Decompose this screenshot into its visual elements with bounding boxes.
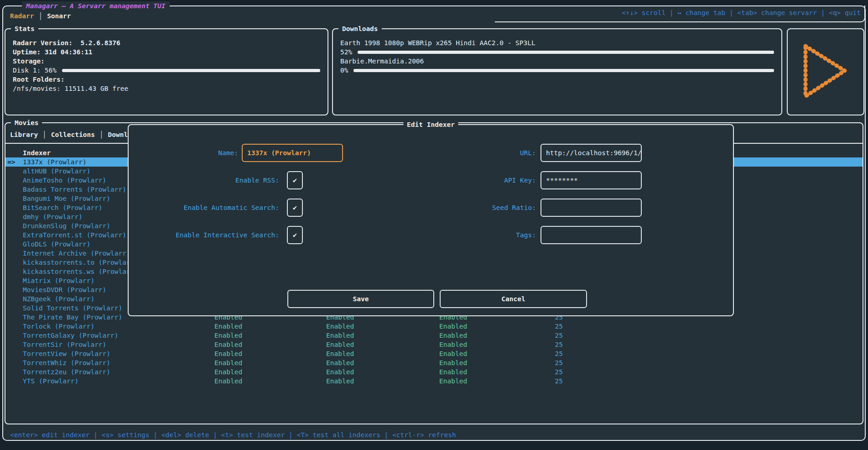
name-input[interactable]: 1337x (Prowlarr) [242,144,343,162]
automatic-search-cell: Enabled [326,377,354,386]
selected-row-marker [7,167,21,176]
interactive-search-cell: Enabled [439,349,467,358]
disk-usage-label: Disk 1: 56% [13,66,57,75]
selected-row-marker [7,377,21,386]
selected-row-marker [7,267,21,276]
rss-cell: Enabled [214,377,242,386]
automatic-search-cell: Enabled [326,322,354,331]
rss-cell: Enabled [214,331,242,340]
tags-input[interactable] [541,226,642,244]
api-key-input[interactable]: ******** [541,171,642,189]
stats-body: Radarr Version: 5.2.6.8376 Uptime: 31d 0… [13,38,320,93]
selected-row-marker [7,276,21,285]
tab-sonarr[interactable]: Sonarr [47,12,71,20]
tab-separator: │ [38,131,51,138]
downloads-panel: Downloads Earth 1998 1080p WEBRip x265 H… [332,28,782,115]
selected-row-marker [7,367,21,377]
selected-row-marker [7,176,21,185]
selected-row-marker [7,285,21,294]
api-key-label: API Key: [445,171,536,189]
selected-row-marker [7,358,21,367]
download-progress-bar [353,69,774,72]
indexer-row[interactable]: TorrentGalaxy (Prowlarr)EnabledEnabledEn… [5,331,863,340]
selected-row-marker [7,185,21,194]
selected-row-marker [7,349,21,358]
indexer-row[interactable]: TorrentSir (Prowlarr)EnabledEnabledEnabl… [5,340,863,349]
enable-automatic-search-label: Enable Automatic Search: [142,199,279,217]
priority-cell: 25 [507,367,563,377]
rss-cell: Enabled [214,349,242,358]
enable-interactive-search-checkbox[interactable]: ✔ [287,226,303,244]
tab-separator: │ [34,12,47,20]
selected-row-marker [7,249,21,258]
downloads-body: Earth 1998 1080p WEBRip x265 Hindi AAC2.… [340,38,774,75]
tab-library[interactable]: Library [10,131,38,138]
priority-cell: 25 [507,377,563,386]
interactive-search-cell: Enabled [439,340,467,349]
enable-automatic-search-checkbox[interactable]: ✔ [287,199,303,217]
servarr-tab-bar: Radarr│Sonarr [10,11,71,21]
checkmark-icon: ✔ [293,204,297,212]
selected-row-marker [7,313,21,322]
rss-cell: Enabled [214,358,242,367]
disk-usage-bar [62,69,320,72]
selected-row-marker [7,212,21,221]
edit-indexer-modal: Edit Indexer Name: 1337x (Prowlarr) URL:… [128,124,734,316]
disk-usage-row: Disk 1: 56% [13,66,320,75]
selected-row-marker [7,240,21,249]
top-keybinds: <↑↓> scroll | ↔ change tab | <tab> chang… [622,8,861,17]
url-input[interactable]: http://localhost:9696/1/ [541,144,642,162]
enable-rss-checkbox[interactable]: ✔ [287,171,303,189]
selected-row-marker [7,221,21,230]
download-progress-row: 0% [340,66,774,75]
indexer-row[interactable]: Torlock (Prowlarr)EnabledEnabledEnabled2… [5,322,863,331]
download-progress-bar [358,51,774,54]
selected-row-marker [7,294,21,303]
bottom-keybinds: <enter> edit indexer | <s> settings | <d… [10,430,456,440]
priority-cell: 25 [507,358,563,367]
automatic-search-cell: Enabled [326,331,354,340]
download-title: Earth 1998 1080p WEBRip x265 Hindi AAC2.… [340,38,774,47]
indexer-row[interactable]: TorrentWhiz (Prowlarr)EnabledEnabledEnab… [5,358,863,367]
priority-cell: 25 [507,331,563,340]
automatic-search-cell: Enabled [326,367,354,377]
selected-row-marker: => [7,157,21,167]
interactive-search-cell: Enabled [439,358,467,367]
indexer-row[interactable]: TorrentView (Prowlarr)EnabledEnabledEnab… [5,349,863,358]
enable-rss-label: Enable RSS: [142,171,279,189]
selected-row-marker [7,340,21,349]
rss-cell: Enabled [214,322,242,331]
tab-collections[interactable]: Collections [51,131,95,138]
indexer-row[interactable]: Torrentz2eu (Prowlarr)EnabledEnabledEnab… [5,367,863,377]
save-button[interactable]: Save [287,290,434,308]
logo-panel [787,28,864,115]
downloads-panel-title: Downloads [338,24,382,33]
interactive-search-cell: Enabled [439,331,467,340]
checkmark-icon: ✔ [293,231,297,239]
selected-row-marker [7,258,21,267]
interactive-search-cell: Enabled [439,377,467,386]
automatic-search-cell: Enabled [326,358,354,367]
indexer-row[interactable]: YTS (Prowlarr)EnabledEnabledEnabled25 [5,377,863,386]
movies-tab-bar: Library│Collections│Downloads [10,130,144,139]
checkmark-icon: ✔ [293,176,297,184]
seed-ratio-input[interactable] [541,199,642,217]
indexer-column-header: Indexer [23,148,51,157]
name-label: Name: [147,144,238,162]
root-folder-free: /nfs/movies: 11511.43 GB free [13,84,320,93]
automatic-search-cell: Enabled [326,349,354,358]
managarr-screen: Managarr – A Servarr management TUI Rada… [0,0,868,450]
tags-label: Tags: [445,226,536,244]
selected-row-marker [7,303,21,313]
stats-panel: Stats Radarr Version: 5.2.6.8376 Uptime:… [5,28,328,115]
selected-row-marker [7,230,21,240]
cancel-button[interactable]: Cancel [440,290,587,308]
movies-panel-title: Movies [11,118,42,127]
rss-cell: Enabled [214,367,242,377]
selected-row-marker [7,322,21,331]
tab-separator: │ [95,131,108,138]
tab-radarr[interactable]: Radarr [10,12,34,20]
seed-ratio-label: Seed Ratio: [445,199,536,217]
download-progress-row: 52% [340,47,774,57]
stats-panel-title: Stats [11,24,38,33]
